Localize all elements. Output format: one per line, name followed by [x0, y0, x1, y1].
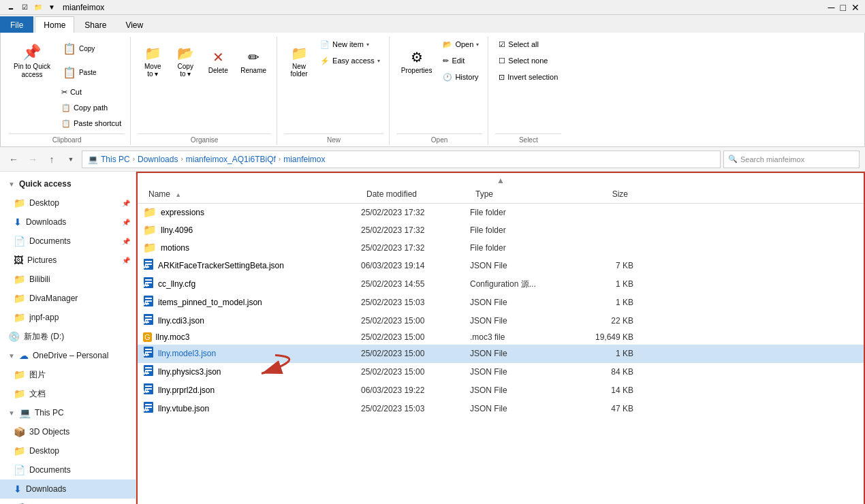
col-header-size[interactable]: Size	[565, 185, 633, 203]
open-label: Open	[455, 40, 473, 48]
sidebar-item-downloads-pc[interactable]: ⬇ Downloads	[0, 479, 136, 499]
pictures-od-icon: 📁	[14, 369, 25, 380]
select-none-icon: ☐	[499, 57, 505, 65]
table-row[interactable]: W llny.physics3.json 25/02/2023 15:00 JS…	[138, 363, 864, 381]
easy-access-button[interactable]: ⚡ Easy access ▾	[317, 53, 383, 68]
rename-button[interactable]: ✏ Rename	[236, 37, 271, 86]
file-size: 1 KB	[565, 349, 633, 358]
window-close-btn[interactable]: ✕	[851, 2, 860, 13]
sidebar-label-pictures-od: 图片	[29, 369, 46, 381]
table-row[interactable]: W llny.prprl2d.json 06/03/2023 19:22 JSO…	[138, 381, 864, 400]
sidebar-item-this-pc[interactable]: ▼ 💻 This PC	[0, 403, 136, 422]
sidebar-item-pictures-qa[interactable]: 🖼 Pictures 📌	[0, 251, 136, 270]
sidebar-item-music[interactable]: 🎵 Music	[0, 499, 136, 504]
file-name-cell: 📁 llny.4096	[143, 223, 361, 236]
col-header-name[interactable]: Name ▲	[143, 185, 361, 203]
tab-view[interactable]: View	[116, 16, 152, 33]
sidebar-item-documents-qa[interactable]: 📄 Documents 📌	[0, 232, 136, 251]
file-type: File folder	[470, 225, 565, 235]
invert-selection-label: Invert selection	[507, 73, 558, 81]
sidebar-item-onedrive[interactable]: ▼ ☁ OneDrive – Personal	[0, 346, 136, 365]
copy-label: Copy	[79, 45, 95, 52]
new-item-button[interactable]: 📄 New item ▾	[317, 37, 383, 52]
open-icon: 📂	[443, 40, 452, 49]
table-row[interactable]: 📁 motions 25/02/2023 17:32 File folder	[138, 239, 864, 257]
sidebar-item-desktop-qa[interactable]: 📁 Desktop 📌	[0, 193, 136, 212]
tab-share[interactable]: Share	[76, 16, 115, 33]
file-name: llny.moc3	[156, 332, 190, 342]
sidebar-item-desktop-pc[interactable]: 📁 Desktop	[0, 441, 136, 460]
svg-rect-6	[145, 279, 152, 281]
sidebar-item-divamanager[interactable]: 📁 DivaManager	[0, 289, 136, 308]
select-none-label: Select none	[508, 57, 548, 65]
copy-button[interactable]: 📋 Copy	[58, 37, 125, 60]
tab-file[interactable]: File	[0, 16, 33, 33]
table-row[interactable]: W llny.vtube.json 25/02/2023 15:03 JSON …	[138, 400, 864, 418]
history-button[interactable]: 🕐 History	[439, 69, 482, 84]
sidebar-item-documents-od[interactable]: 📁 文档	[0, 384, 136, 403]
select-none-button[interactable]: ☐ Select none	[495, 53, 561, 68]
open-button[interactable]: 📂 Open ▾	[439, 37, 482, 52]
paste-button[interactable]: 📋 Paste	[58, 61, 125, 84]
breadcrumb-folder2[interactable]: mianfeimox	[283, 155, 325, 164]
sidebar-item-jnpf-app[interactable]: 📁 jnpf-app	[0, 308, 136, 327]
breadcrumb-folder1[interactable]: mianfeimox_AQ1i6TBiQf	[186, 155, 276, 164]
copy-path-button[interactable]: 📋 Copy path	[58, 100, 125, 115]
quick-access-label: Quick access	[19, 179, 72, 189]
invert-selection-button[interactable]: ⊡ Invert selection	[495, 69, 561, 84]
table-row[interactable]: W llny.model3.json 25/02/2023 15:00 JSON…	[138, 345, 864, 363]
file-type: Configuration 源...	[470, 279, 565, 290]
file-name: llny.model3.json	[158, 349, 216, 358]
file-type: JSON File	[470, 385, 565, 395]
breadcrumb-downloads[interactable]: Downloads	[138, 155, 178, 164]
copy-to-button[interactable]: 📂 Copy to ▾	[170, 37, 200, 86]
breadcrumb-this-pc[interactable]: This PC	[101, 155, 130, 164]
table-row[interactable]: W items_pinned_to_model.json 25/02/2023 …	[138, 294, 864, 312]
recent-locations-button[interactable]: ▼	[63, 151, 79, 168]
table-row[interactable]: W ARKitFaceTrackerSettingBeta.json 06/03…	[138, 257, 864, 275]
window-minimize-btn[interactable]: ─	[828, 2, 835, 13]
tab-home[interactable]: Home	[35, 16, 74, 33]
back-button[interactable]: ←	[5, 151, 22, 168]
col-header-date[interactable]: Date modified	[361, 185, 470, 203]
new-folder-button[interactable]: 📁 New folder	[284, 37, 314, 86]
ribbon-group-open: ⚙ Properties 📂 Open ▾ ✏ Edit 🕐	[391, 37, 489, 145]
cut-button[interactable]: ✂ Cut	[58, 84, 125, 99]
sidebar-label-documents-qa: Documents	[29, 236, 71, 246]
file-area: ▲ Name ▲ Date modified Type Size 📁 expre…	[136, 172, 865, 504]
properties-button[interactable]: ⚙ Properties	[396, 37, 437, 86]
move-to-button[interactable]: 📁 Move to ▾	[138, 37, 168, 86]
col-date-label: Date modified	[366, 189, 417, 199]
delete-button[interactable]: ✕ Delete	[203, 37, 233, 86]
window-maximize-btn[interactable]: □	[840, 2, 846, 13]
checkbox-icon[interactable]: ☑	[19, 2, 30, 13]
sidebar-section-quick-access: ▼ Quick access	[0, 174, 136, 193]
up-button[interactable]: ↑	[44, 151, 60, 168]
sidebar-item-pictures-od[interactable]: 📁 图片	[0, 365, 136, 384]
new-inner: 📁 New folder 📄 New item ▾ ⚡ Easy access …	[284, 37, 383, 131]
clipboard-small-btns: ✂ Cut 📋 Copy path 📋 Paste shortcut	[58, 84, 125, 131]
edit-button[interactable]: ✏ Edit	[439, 53, 482, 68]
table-row[interactable]: W cc_llny.cfg 25/02/2023 14:55 Configura…	[138, 275, 864, 294]
address-bar[interactable]: 💻 This PC › Downloads › mianfeimox_AQ1i6…	[82, 151, 721, 168]
sidebar-item-downloads-qa[interactable]: ⬇ Downloads 📌	[0, 212, 136, 232]
paste-shortcut-button[interactable]: 📋 Paste shortcut	[58, 116, 125, 131]
table-row[interactable]: 📁 llny.4096 25/02/2023 17:32 File folder	[138, 221, 864, 239]
clipboard-label: Clipboard	[9, 133, 125, 145]
minimize-icon[interactable]: 🗕	[5, 2, 16, 13]
table-row[interactable]: W llny.cdi3.json 25/02/2023 15:00 JSON F…	[138, 312, 864, 330]
sidebar-item-drive-d[interactable]: 💿 新加卷 (D:)	[0, 327, 136, 346]
col-header-type[interactable]: Type	[470, 185, 565, 203]
select-all-button[interactable]: ☑ Select all	[495, 37, 561, 52]
search-box[interactable]: 🔍 Search mianfeimox	[723, 151, 860, 168]
pin-to-quick-access-button[interactable]: 📌 Pin to Quick access	[9, 37, 55, 86]
cut-icon: ✂	[61, 88, 67, 97]
forward-button[interactable]: →	[25, 151, 41, 168]
ws-file-icon: W	[143, 296, 154, 309]
sidebar-item-3d-objects[interactable]: 📦 3D Objects	[0, 422, 136, 441]
ribbon-group-new: 📁 New folder 📄 New item ▾ ⚡ Easy access …	[279, 37, 390, 145]
sidebar-item-bilibili[interactable]: 📁 Bilibili	[0, 270, 136, 289]
table-row[interactable]: G llny.moc3 25/02/2023 15:00 .moc3 file …	[138, 330, 864, 345]
sidebar-item-documents-pc[interactable]: 📄 Documents	[0, 460, 136, 479]
table-row[interactable]: 📁 expressions 25/02/2023 17:32 File fold…	[138, 204, 864, 221]
